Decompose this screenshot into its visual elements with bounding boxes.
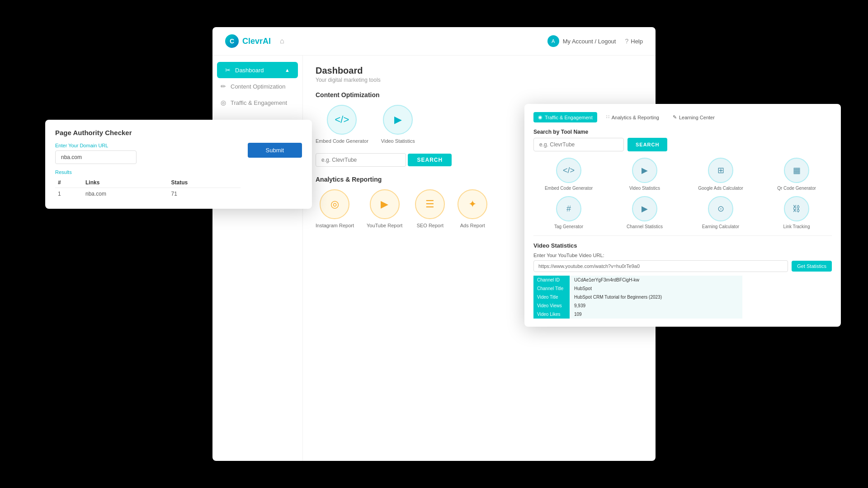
seo-label: SEO Report (417, 223, 443, 228)
rp-tool-embed-code[interactable]: </> Embed Code Generator (533, 158, 604, 191)
pac-domain-input[interactable] (55, 150, 137, 164)
dashboard-icon: ✂ (225, 66, 231, 74)
chevron-icon: ▲ (285, 67, 290, 73)
top-nav-right: A My Account / Logout ? Help (547, 35, 643, 47)
pac-row-link: nba.com (83, 188, 169, 200)
rp-video-label: Video Statistics (629, 186, 660, 191)
seo-icon: ☰ (415, 189, 445, 219)
traffic-nav-icon: ◉ (538, 114, 542, 120)
ads-label: Ads Report (460, 223, 485, 228)
rp-nav-analytics-label: Analytics & Reporting (612, 115, 659, 120)
content-optimization-icon: ✏ (221, 83, 226, 90)
page-subtitle: Your digital marketing tools (316, 77, 643, 83)
rp-tool-earning-calc[interactable]: ⊙ Earning Calculator (685, 196, 756, 229)
sidebar-label-content: Content Optimization (231, 83, 285, 90)
tool-video-statistics[interactable]: ▶ Video Statistics (381, 105, 415, 144)
rp-link-icon: ⛓ (784, 196, 809, 221)
pac-col-status: Status (169, 178, 241, 188)
rp-embed-label: Embed Code Generator (545, 186, 593, 191)
pac-row-num: 1 (55, 188, 83, 200)
stats-row-video-views: Video Views 9,939 (533, 301, 742, 310)
youtube-label: YouTube Report (367, 223, 402, 228)
pac-submit-button[interactable]: Submit (248, 143, 302, 158)
rp-vs-get-stats-button[interactable]: Get Statistics (792, 261, 832, 272)
ads-icon: ✦ (458, 189, 487, 219)
rp-earning-icon: ⊙ (708, 196, 733, 221)
help-area[interactable]: ? Help (625, 38, 643, 45)
pac-results-label: Results (55, 169, 241, 175)
stats-val-channel-id: UCdAe1erYgF3m4rdBFCigH-kw (570, 276, 742, 284)
sidebar-label-dashboard: Dashboard (235, 67, 264, 74)
rp-nav-traffic-label: Traffic & Engagement (545, 115, 593, 120)
rp-search-button[interactable]: SEARCH (627, 138, 667, 151)
rp-nav-learning-label: Learning Center (679, 115, 715, 120)
sidebar-item-traffic-engagement[interactable]: ◎ Traffic & Engagement (212, 94, 302, 111)
rp-vs-row: Get Statistics (533, 260, 832, 272)
logo-icon: C (225, 34, 239, 48)
rp-nav-learning[interactable]: ✎ Learning Center (668, 112, 719, 122)
rp-nav-traffic[interactable]: ◉ Traffic & Engagement (533, 112, 597, 122)
rp-nav: ◉ Traffic & Engagement ∷ Analytics & Rep… (533, 112, 832, 122)
instagram-icon: ◎ (320, 189, 349, 219)
youtube-icon: ▶ (370, 189, 400, 219)
divider (533, 235, 832, 236)
rp-vs-label: Enter Your YouTube Video URL: (533, 253, 832, 258)
rp-video-icon: ▶ (632, 158, 657, 183)
account-avatar: A (547, 35, 559, 47)
rp-tool-video-stats[interactable]: ▶ Video Statistics (609, 158, 680, 191)
sidebar-label-traffic: Traffic & Engagement (231, 99, 287, 106)
stats-key-video-likes: Video Likes (533, 310, 570, 319)
stats-row-video-title: Video Title HubSpot CRM Tutorial for Beg… (533, 293, 742, 301)
pac-right: Submit (248, 143, 302, 158)
video-stats-label: Video Statistics (381, 138, 415, 144)
rp-tag-label: Tag Generator (554, 224, 583, 229)
account-label: My Account / Logout (563, 38, 616, 45)
stats-row-channel-title: Channel Title HubSpot (533, 284, 742, 293)
table-row: 1 nba.com 71 (55, 188, 241, 200)
traffic-icon: ◎ (221, 99, 226, 106)
stats-row-channel-id: Channel ID UCdAe1erYgF3m4rdBFCigH-kw (533, 276, 742, 284)
sidebar: ✂ Dashboard ▲ ✏ Content Optimization ◎ T… (212, 56, 303, 461)
pac-col-links: Links (83, 178, 169, 188)
instagram-label: Instagram Report (316, 223, 354, 228)
pac-body: Enter Your Domain URL Results # Links St… (55, 143, 302, 200)
stats-val-video-likes: 109 (570, 310, 742, 319)
top-nav: C ClevrAI ⌂ A My Account / Logout ? Help (212, 27, 656, 56)
rp-video-stats-section: Video Statistics Enter Your YouTube Vide… (533, 242, 832, 319)
rp-vs-title: Video Statistics (533, 242, 832, 249)
logo-text: ClevrAI (242, 37, 271, 46)
rp-link-label: Link Tracking (783, 224, 810, 229)
rp-tool-google-ads[interactable]: ⊞ Google Ads Calculator (685, 158, 756, 191)
tool-embed-code-generator[interactable]: </> Embed Code Generator (316, 105, 368, 144)
learning-nav-icon: ✎ (673, 114, 677, 120)
search-input[interactable] (316, 153, 406, 167)
rp-tool-link-tracking[interactable]: ⛓ Link Tracking (761, 196, 832, 229)
sidebar-item-content-optimization[interactable]: ✏ Content Optimization (212, 78, 302, 94)
tool-ads-report[interactable]: ✦ Ads Report (458, 189, 487, 228)
sidebar-item-dashboard[interactable]: ✂ Dashboard ▲ (217, 62, 298, 78)
pac-title: Page Authority Checker (55, 129, 302, 136)
rp-tool-tag-generator[interactable]: # Tag Generator (533, 196, 604, 229)
section-title-content: Content Optimization (316, 91, 643, 99)
rp-tools-grid: </> Embed Code Generator ▶ Video Statist… (533, 158, 832, 229)
tool-seo-report[interactable]: ☰ SEO Report (415, 189, 445, 228)
rp-nav-analytics[interactable]: ∷ Analytics & Reporting (602, 112, 664, 122)
embed-code-label: Embed Code Generator (316, 138, 368, 144)
rp-channel-label: Channel Statistics (627, 224, 663, 229)
search-button[interactable]: SEARCH (408, 154, 452, 166)
account-area[interactable]: A My Account / Logout (547, 35, 616, 47)
rp-search-input[interactable] (533, 138, 624, 151)
rp-tag-icon: # (556, 196, 581, 221)
home-icon[interactable]: ⌂ (280, 37, 284, 45)
tool-instagram-report[interactable]: ◎ Instagram Report (316, 189, 354, 228)
rp-vs-url-input[interactable] (533, 260, 788, 272)
rp-search-label: Search by Tool Name (533, 129, 832, 135)
stats-key-channel-id: Channel ID (533, 276, 570, 284)
rp-tool-qr-code[interactable]: ▦ Qr Code Generator (761, 158, 832, 191)
page-title: Dashboard (316, 66, 643, 76)
logo-area: C ClevrAI ⌂ (225, 34, 284, 48)
stats-val-video-title: HubSpot CRM Tutorial for Beginners (2023… (570, 293, 742, 301)
rp-tool-channel-stats[interactable]: ▶ Channel Statistics (609, 196, 680, 229)
rp-stats-table: Channel ID UCdAe1erYgF3m4rdBFCigH-kw Cha… (533, 276, 742, 319)
tool-youtube-report[interactable]: ▶ YouTube Report (367, 189, 402, 228)
